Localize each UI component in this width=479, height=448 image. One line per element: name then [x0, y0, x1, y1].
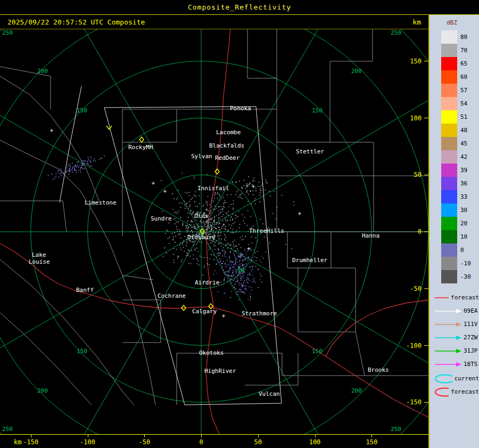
range-radial-line — [0, 232, 201, 381]
palette-row: 10 — [441, 230, 479, 243]
palette-swatch — [441, 137, 457, 150]
radar-coverage-outline — [104, 107, 282, 405]
right-axis-label: 50 — [414, 171, 422, 178]
bottom-axis-label: -100 — [80, 438, 95, 446]
echo-cluster — [164, 191, 246, 266]
area-legend-label: forecast — [451, 388, 479, 395]
palette-value: 51 — [460, 113, 467, 120]
radar-map-svg[interactable]: 25020015025020015015020025050150200250Po… — [0, 29, 428, 434]
range-label: 150 — [77, 107, 87, 114]
bottom-axis-tick — [144, 435, 145, 437]
bottom-axis-label: -50 — [138, 438, 150, 446]
echo-cluster — [232, 176, 271, 204]
right-axis-label: -150 — [406, 398, 422, 406]
palette-swatch — [441, 217, 457, 230]
county-boundary-line — [122, 109, 177, 142]
palette-value: 60 — [460, 74, 467, 80]
city-label: Didsbury — [187, 234, 216, 241]
track-legend-label: 111V — [464, 321, 478, 328]
palette-row: 33 — [441, 190, 479, 203]
palette-value: 45 — [460, 140, 467, 147]
bottom-axis-label: 150 — [366, 438, 377, 446]
area-legend-row: forecast — [434, 385, 479, 398]
window-titlebar: Composite_Reflectivity — [0, 0, 479, 15]
city-label: Brooks — [368, 366, 389, 373]
palette-row: 36 — [441, 177, 479, 190]
palette-unit-label: dBZ — [447, 19, 479, 26]
bottom-axis-label: 0 — [199, 438, 203, 446]
track-arrow-icon — [434, 294, 449, 302]
track-legend-row: 18TS — [434, 357, 479, 371]
aircraft-plus-icon — [50, 129, 53, 132]
palette-row: 54 — [441, 97, 479, 110]
right-axis-label: 100 — [410, 115, 422, 122]
palette-value: -10 — [460, 260, 471, 267]
palette-swatch — [441, 243, 457, 257]
county-boundary-line — [247, 29, 277, 78]
bottom-axis-tick — [88, 435, 88, 437]
palette-value: 10 — [460, 233, 467, 240]
palette-row: -10 — [441, 257, 479, 270]
city-label: HighRiver — [204, 368, 236, 374]
palette-swatch — [441, 57, 457, 70]
palette-value: 65 — [460, 60, 467, 67]
city-label: ThreeHills — [249, 227, 284, 234]
palette-row: -30 — [441, 270, 479, 283]
palette-row: 0 — [441, 243, 479, 257]
range-label: 200 — [37, 387, 48, 394]
palette-swatch — [441, 150, 457, 164]
city-label: Banff — [76, 287, 94, 294]
palette-value: 0 — [460, 247, 464, 254]
aircraft-plus-icon — [152, 182, 155, 185]
range-label: 250 — [2, 426, 13, 433]
area-ellipse-icon — [434, 373, 452, 384]
track-legend-row: 27ZW — [434, 331, 479, 344]
city-label: Drumheller — [292, 257, 328, 264]
city-label: Calgary — [192, 308, 217, 315]
city-label: Innisfail — [197, 185, 229, 192]
city-label: Olds — [194, 213, 209, 219]
track-legend-row: 111V — [434, 317, 479, 331]
status-row: 2025/09/22 20:57:52 UTC Composite km — [0, 15, 428, 29]
palette-value: 20 — [460, 220, 467, 227]
county-boundary-line — [277, 142, 428, 232]
palette-swatch — [441, 97, 457, 110]
palette-value: 39 — [460, 167, 467, 174]
city-label: RedDeer — [215, 154, 240, 161]
track-arrow-icon — [434, 307, 461, 315]
city-label: Limestone — [85, 199, 117, 206]
range-label: 50 — [237, 267, 244, 274]
city-label: Sylvan — [191, 153, 212, 160]
county-boundary-line — [0, 201, 67, 232]
palette-swatch — [441, 257, 457, 270]
palette-value: -30 — [460, 273, 471, 280]
city-label: Lacombe — [216, 129, 241, 136]
palette-swatch — [441, 70, 457, 84]
bottom-axis-label: 50 — [254, 438, 262, 446]
right-axis-label: 0 — [418, 228, 422, 235]
track-arrow-icon — [434, 361, 461, 368]
county-boundary-line — [330, 142, 374, 232]
palette-value: 33 — [460, 193, 467, 200]
track-arrow-icon — [434, 334, 461, 341]
palette-swatch — [441, 84, 457, 97]
track-legend: forecast09EA111V27ZW31JP18TS — [434, 291, 479, 371]
city-label: Hanna — [362, 232, 379, 239]
app-root: { "window": { "title": "Composite_Reflec… — [0, 0, 479, 448]
radar-display[interactable]: 25020015025020015015020025050150200250Po… — [0, 29, 428, 434]
highway-line — [211, 307, 428, 417]
track-legend-label: forecast — [451, 294, 479, 301]
city-label: Blackfalds — [209, 142, 244, 149]
city-label: Stettler — [296, 148, 324, 155]
range-label: 200 — [37, 68, 48, 75]
palette-swatch — [441, 124, 457, 137]
aircraft-plus-icon — [163, 190, 167, 193]
aircraft-plus-icon — [298, 212, 301, 215]
palette-value: 54 — [460, 100, 467, 107]
palette-row: 48 — [441, 124, 479, 137]
track-legend-row: 31JP — [434, 344, 479, 357]
radar-coverage-outline — [60, 86, 81, 202]
right-axis-label: -50 — [410, 285, 422, 292]
county-boundary-line — [0, 140, 155, 405]
track-legend-label: 18TS — [464, 361, 478, 368]
